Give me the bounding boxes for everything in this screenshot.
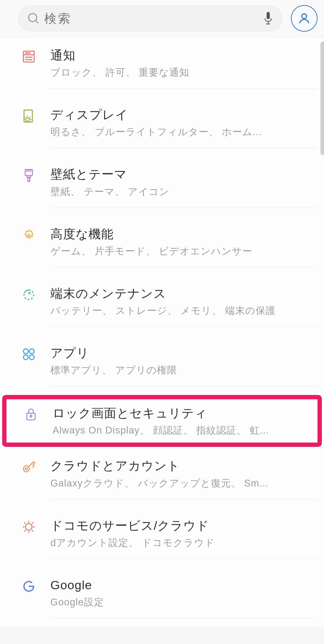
- setting-title: アプリ: [50, 345, 314, 361]
- settings-item-apps[interactable]: アプリ標準アプリ、 アプリの権限: [0, 335, 324, 394]
- setting-subtitle: 壁紙、 テーマ、 アイコン: [50, 185, 314, 198]
- svg-point-38: [25, 468, 27, 470]
- search-input[interactable]: [44, 12, 263, 26]
- person-icon: [298, 12, 311, 25]
- search-field[interactable]: [18, 5, 282, 31]
- apps-icon: [22, 347, 36, 361]
- search-header: [0, 0, 324, 37]
- svg-line-47: [32, 522, 33, 524]
- svg-point-30: [23, 349, 28, 354]
- svg-point-14: [26, 118, 30, 121]
- setting-subtitle: Always On Display、 顔認証、 指紋認証、 虹...: [53, 424, 312, 437]
- svg-rect-27: [28, 177, 30, 182]
- voice-search-icon[interactable]: [263, 11, 273, 26]
- setting-title: 通知: [50, 47, 314, 63]
- key-icon: [22, 460, 36, 474]
- svg-point-33: [30, 355, 34, 360]
- settings-list: 通知ブロック、 許可、 重要な通知 ディスプレイ明るさ、 ブルーライトフィルター…: [0, 37, 324, 626]
- svg-point-32: [23, 355, 28, 360]
- svg-point-0: [29, 14, 37, 22]
- setting-subtitle: ブロック、 許可、 重要な通知: [50, 66, 314, 79]
- svg-rect-13: [24, 110, 32, 122]
- setting-title: ロック画面とセキュリティ: [53, 405, 312, 421]
- search-icon: [27, 12, 40, 25]
- advanced-features-icon: [22, 228, 36, 243]
- setting-title: ドコモのサービス/クラウド: [50, 518, 314, 533]
- setting-subtitle: ゲーム、 片手モード、 ビデオエンハンサー: [50, 245, 314, 258]
- settings-item-maintenance[interactable]: 端末のメンテナンスバッテリー、 ストレージ、 メモリ、 端末の保護: [0, 275, 324, 335]
- settings-item-notifications[interactable]: 通知ブロック、 許可、 重要な通知: [0, 37, 324, 97]
- setting-subtitle: バッテリー、 ストレージ、 メモリ、 端末の保護: [50, 304, 314, 317]
- svg-line-46: [24, 530, 26, 531]
- svg-line-22: [25, 117, 26, 118]
- svg-rect-2: [267, 12, 270, 19]
- svg-line-20: [25, 122, 26, 123]
- brush-icon: [22, 168, 36, 183]
- svg-point-31: [30, 349, 34, 354]
- svg-point-10: [29, 53, 30, 53]
- setting-title: 端末のメンテナンス: [50, 285, 314, 301]
- svg-line-21: [30, 122, 30, 123]
- setting-title: 壁紙とテーマ: [50, 166, 314, 182]
- display-icon: [22, 109, 36, 123]
- settings-screen: 通知ブロック、 許可、 重要な通知 ディスプレイ明るさ、 ブルーライトフィルター…: [0, 0, 324, 626]
- settings-item-google[interactable]: GoogleGoogle設定: [0, 567, 324, 626]
- setting-subtitle: dアカウント設定、 ドコモクラウド: [50, 536, 314, 549]
- svg-line-44: [24, 522, 26, 524]
- svg-point-8: [26, 53, 26, 53]
- maintenance-icon: [22, 288, 36, 302]
- setting-title: 高度な機能: [50, 226, 314, 242]
- setting-subtitle: Galaxyクラウド、 バックアップと復元、 Sm...: [50, 477, 314, 490]
- settings-item-lockscreen[interactable]: ロック画面とセキュリティAlways On Display、 顔認証、 指紋認証…: [2, 395, 322, 447]
- svg-point-5: [302, 14, 307, 19]
- account-button[interactable]: [291, 5, 318, 32]
- svg-line-1: [36, 21, 39, 23]
- google-icon: [22, 579, 36, 594]
- notifications-icon: [22, 49, 36, 64]
- setting-subtitle: Google設定: [50, 596, 314, 609]
- settings-item-wallpaper[interactable]: 壁紙とテーマ壁紙、 テーマ、 アイコン: [0, 156, 324, 216]
- setting-subtitle: 明るさ、 ブルーライトフィルター、 ホーム...: [50, 125, 314, 138]
- svg-point-39: [26, 523, 32, 530]
- settings-item-docomo[interactable]: ドコモのサービス/クラウドdアカウント設定、 ドコモクラウド: [0, 507, 324, 567]
- sun-icon: [22, 520, 36, 534]
- svg-point-35: [30, 415, 32, 417]
- settings-item-advanced[interactable]: 高度な機能ゲーム、 片手モード、 ビデオエンハンサー: [0, 216, 324, 275]
- settings-item-display[interactable]: ディスプレイ明るさ、 ブルーライトフィルター、 ホーム...: [0, 97, 324, 156]
- svg-line-45: [32, 530, 33, 531]
- lock-icon: [24, 407, 38, 422]
- settings-item-cloud[interactable]: クラウドとアカウントGalaxyクラウド、 バックアップと復元、 Sm...: [0, 448, 324, 507]
- svg-line-19: [30, 117, 30, 118]
- setting-subtitle: 標準アプリ、 アプリの権限: [50, 364, 314, 377]
- svg-point-9: [27, 53, 28, 53]
- setting-title: Google: [50, 577, 314, 593]
- setting-title: ディスプレイ: [50, 107, 314, 123]
- scrollbar-thumb[interactable]: [320, 42, 324, 155]
- setting-title: クラウドとアカウント: [50, 458, 314, 474]
